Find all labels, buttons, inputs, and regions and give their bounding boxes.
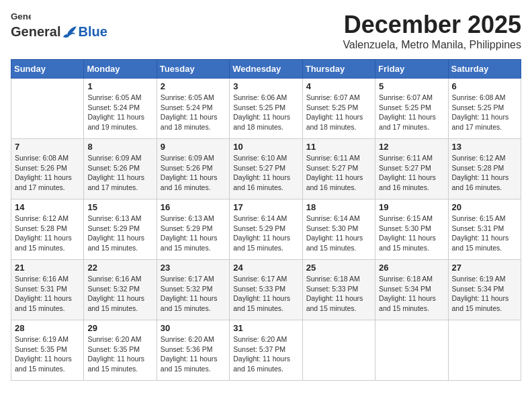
- logo-text: General: [11, 11, 31, 24]
- day-number: 21: [15, 263, 80, 273]
- column-header-thursday: Thursday: [302, 60, 375, 79]
- sunrise-label: Sunrise: 6:15 AM: [452, 214, 506, 222]
- sunset-label: Sunset: 5:37 PM: [233, 345, 285, 353]
- month-title: December 2025: [343, 11, 521, 39]
- sunrise-label: Sunrise: 6:13 AM: [161, 214, 214, 222]
- daylight-label: Daylight: 11 hours and 17 minutes.: [87, 173, 144, 191]
- day-number: 24: [233, 263, 298, 273]
- day-info: Sunrise: 6:06 AMSunset: 5:25 PMDaylight:…: [233, 93, 298, 132]
- calendar-cell: 12Sunrise: 6:11 AMSunset: 5:27 PMDayligh…: [375, 139, 448, 199]
- sunset-label: Sunset: 5:33 PM: [233, 285, 285, 293]
- daylight-label: Daylight: 11 hours and 15 minutes.: [15, 294, 72, 312]
- calendar-cell: 22Sunrise: 6:16 AMSunset: 5:32 PMDayligh…: [84, 260, 157, 320]
- calendar-cell: 31Sunrise: 6:20 AMSunset: 5:37 PMDayligh…: [230, 320, 302, 381]
- calendar-cell: 1Sunrise: 6:05 AMSunset: 5:24 PMDaylight…: [84, 79, 157, 139]
- day-number: 8: [87, 142, 152, 152]
- sunrise-label: Sunrise: 6:07 AM: [306, 93, 360, 101]
- daylight-label: Daylight: 11 hours and 16 minutes.: [161, 173, 218, 191]
- sunrise-label: Sunrise: 6:12 AM: [452, 154, 506, 162]
- calendar-cell: [375, 320, 448, 381]
- day-number: 11: [306, 142, 371, 152]
- day-number: 10: [233, 142, 298, 152]
- day-number: 5: [379, 81, 444, 91]
- calendar-week-row: 7Sunrise: 6:08 AMSunset: 5:26 PMDaylight…: [11, 139, 521, 199]
- daylight-label: Daylight: 11 hours and 15 minutes.: [161, 234, 218, 252]
- day-info: Sunrise: 6:07 AMSunset: 5:25 PMDaylight:…: [379, 93, 444, 132]
- sunset-label: Sunset: 5:35 PM: [87, 345, 140, 353]
- sunrise-label: Sunrise: 6:19 AM: [452, 275, 506, 283]
- calendar-cell: 6Sunrise: 6:08 AMSunset: 5:25 PMDaylight…: [448, 79, 521, 139]
- daylight-label: Daylight: 11 hours and 15 minutes.: [15, 234, 72, 252]
- sunrise-label: Sunrise: 6:11 AM: [379, 154, 433, 162]
- column-header-monday: Monday: [84, 60, 157, 79]
- sunset-label: Sunset: 5:27 PM: [306, 164, 359, 172]
- day-info: Sunrise: 6:05 AMSunset: 5:24 PMDaylight:…: [161, 93, 226, 132]
- daylight-label: Daylight: 11 hours and 19 minutes.: [87, 113, 144, 131]
- calendar-cell: 25Sunrise: 6:18 AMSunset: 5:33 PMDayligh…: [302, 260, 375, 320]
- calendar-week-row: 1Sunrise: 6:05 AMSunset: 5:24 PMDaylight…: [11, 79, 521, 139]
- day-info: Sunrise: 6:20 AMSunset: 5:37 PMDaylight:…: [233, 334, 298, 374]
- column-header-tuesday: Tuesday: [157, 60, 229, 79]
- sunset-label: Sunset: 5:31 PM: [452, 224, 504, 232]
- day-number: 29: [87, 323, 152, 333]
- day-number: 22: [87, 263, 152, 273]
- daylight-label: Daylight: 11 hours and 15 minutes.: [306, 294, 363, 312]
- sunrise-label: Sunrise: 6:15 AM: [379, 214, 433, 222]
- daylight-label: Daylight: 11 hours and 16 minutes.: [452, 173, 509, 191]
- day-info: Sunrise: 6:13 AMSunset: 5:29 PMDaylight:…: [161, 214, 226, 253]
- daylight-label: Daylight: 11 hours and 17 minutes.: [379, 113, 436, 131]
- calendar-cell: 23Sunrise: 6:17 AMSunset: 5:32 PMDayligh…: [157, 260, 229, 320]
- day-info: Sunrise: 6:20 AMSunset: 5:35 PMDaylight:…: [87, 334, 152, 374]
- sunrise-label: Sunrise: 6:14 AM: [306, 214, 360, 222]
- day-info: Sunrise: 6:12 AMSunset: 5:28 PMDaylight:…: [15, 214, 80, 253]
- day-number: 27: [452, 263, 517, 273]
- calendar-cell: 15Sunrise: 6:13 AMSunset: 5:29 PMDayligh…: [84, 199, 157, 260]
- day-number: 9: [161, 142, 226, 152]
- sunset-label: Sunset: 5:27 PM: [233, 164, 285, 172]
- sunset-label: Sunset: 5:33 PM: [306, 285, 359, 293]
- calendar-header-row: SundayMondayTuesdayWednesdayThursdayFrid…: [11, 60, 521, 79]
- title-block: December 2025 Valenzuela, Metro Manila, …: [343, 11, 521, 51]
- sunset-label: Sunset: 5:36 PM: [161, 345, 213, 353]
- daylight-label: Daylight: 11 hours and 15 minutes.: [452, 234, 509, 252]
- daylight-label: Daylight: 11 hours and 16 minutes.: [379, 173, 436, 191]
- calendar-cell: 3Sunrise: 6:06 AMSunset: 5:25 PMDaylight…: [230, 79, 302, 139]
- day-info: Sunrise: 6:09 AMSunset: 5:26 PMDaylight:…: [87, 153, 152, 193]
- sunrise-label: Sunrise: 6:17 AM: [161, 275, 214, 283]
- day-number: 12: [379, 142, 444, 152]
- page-header: General General Blue December 2025 Valen…: [11, 11, 521, 51]
- sunset-label: Sunset: 5:26 PM: [15, 164, 67, 172]
- sunset-label: Sunset: 5:32 PM: [87, 285, 140, 293]
- day-number: 15: [87, 202, 152, 212]
- column-header-saturday: Saturday: [448, 60, 521, 79]
- calendar-cell: 21Sunrise: 6:16 AMSunset: 5:31 PMDayligh…: [11, 260, 84, 320]
- day-info: Sunrise: 6:14 AMSunset: 5:30 PMDaylight:…: [306, 214, 371, 253]
- day-number: 20: [452, 202, 517, 212]
- day-info: Sunrise: 6:18 AMSunset: 5:34 PMDaylight:…: [379, 274, 444, 314]
- day-number: 1: [87, 81, 152, 91]
- day-info: Sunrise: 6:07 AMSunset: 5:25 PMDaylight:…: [306, 93, 371, 132]
- calendar-cell: 16Sunrise: 6:13 AMSunset: 5:29 PMDayligh…: [157, 199, 229, 260]
- day-info: Sunrise: 6:17 AMSunset: 5:33 PMDaylight:…: [233, 274, 298, 314]
- day-info: Sunrise: 6:15 AMSunset: 5:30 PMDaylight:…: [379, 214, 444, 253]
- calendar-cell: 29Sunrise: 6:20 AMSunset: 5:35 PMDayligh…: [84, 320, 157, 381]
- day-number: 3: [233, 81, 298, 91]
- daylight-label: Daylight: 11 hours and 16 minutes.: [233, 355, 290, 373]
- calendar-cell: 19Sunrise: 6:15 AMSunset: 5:30 PMDayligh…: [375, 199, 448, 260]
- daylight-label: Daylight: 11 hours and 16 minutes.: [306, 173, 363, 191]
- day-info: Sunrise: 6:05 AMSunset: 5:24 PMDaylight:…: [87, 93, 152, 132]
- sunset-label: Sunset: 5:35 PM: [15, 345, 67, 353]
- sunset-label: Sunset: 5:30 PM: [379, 224, 431, 232]
- sunrise-label: Sunrise: 6:16 AM: [15, 275, 69, 283]
- day-number: 13: [452, 142, 517, 152]
- day-info: Sunrise: 6:11 AMSunset: 5:27 PMDaylight:…: [379, 153, 444, 193]
- sunrise-label: Sunrise: 6:10 AM: [233, 154, 287, 162]
- day-info: Sunrise: 6:16 AMSunset: 5:32 PMDaylight:…: [87, 274, 152, 314]
- sunset-label: Sunset: 5:26 PM: [87, 164, 140, 172]
- sunrise-label: Sunrise: 6:11 AM: [306, 154, 360, 162]
- daylight-label: Daylight: 11 hours and 15 minutes.: [15, 355, 72, 373]
- daylight-label: Daylight: 11 hours and 17 minutes.: [15, 173, 72, 191]
- calendar-cell: [448, 320, 521, 381]
- sunrise-label: Sunrise: 6:05 AM: [161, 93, 214, 101]
- day-number: 28: [15, 323, 80, 333]
